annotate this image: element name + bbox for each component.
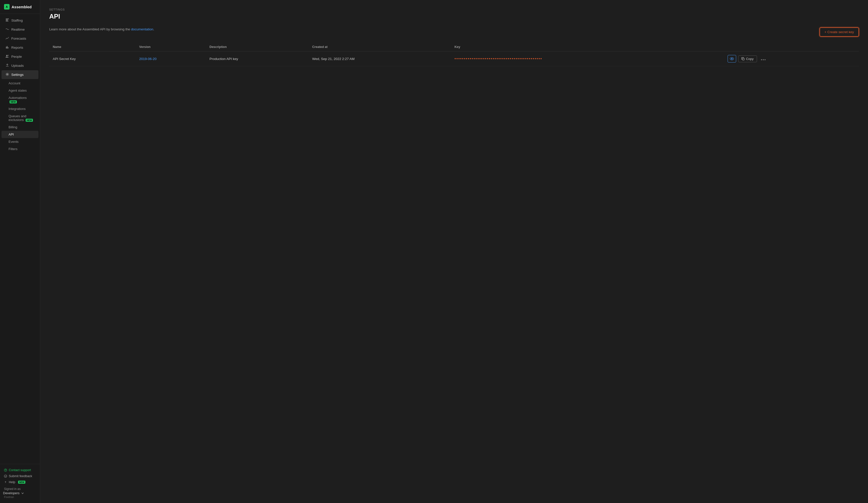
people-label: People	[11, 55, 22, 59]
col-created-at: Created at	[309, 43, 451, 51]
sidebar-item-staffing[interactable]: Staffing	[1, 16, 39, 25]
staffing-label: Staffing	[11, 19, 23, 22]
cell-key-actions: Copy	[724, 51, 859, 66]
svg-rect-2	[6, 21, 9, 22]
forecasts-label: Forecasts	[11, 36, 26, 40]
svg-text:?: ?	[5, 481, 6, 483]
contact-support-link[interactable]: Contact support	[3, 467, 37, 473]
table-body: API Secret Key 2019-06-20 Production API…	[49, 51, 859, 66]
svg-point-14	[763, 59, 764, 60]
sidebar-item-forecasts[interactable]: Forecasts	[1, 34, 39, 43]
create-secret-key-button[interactable]: + Create secret key	[819, 27, 859, 36]
version-link[interactable]: 2019-06-20	[139, 57, 156, 61]
page-content: SETTINGS API Learn more about the Assemb…	[40, 0, 868, 503]
settings-icon	[6, 73, 9, 77]
sidebar-item-people[interactable]: People	[1, 52, 39, 61]
cell-key: ••••••••••••••••••••••••••••••••••••••••…	[451, 51, 724, 66]
svg-point-13	[761, 59, 762, 60]
submit-feedback-icon	[4, 475, 7, 478]
sidebar-item-realtime[interactable]: Realtime	[1, 25, 39, 34]
svg-rect-1	[6, 20, 8, 20]
sidebar-item-uploads[interactable]: Uploads	[1, 61, 39, 70]
cell-name: API Secret Key	[49, 51, 136, 66]
signed-in-as-label: Signed in as	[4, 487, 21, 491]
svg-point-15	[765, 59, 765, 60]
staffing-icon	[6, 18, 9, 23]
svg-point-4	[8, 55, 9, 56]
page-title: API	[49, 12, 859, 20]
sidebar-item-queues-exclusions[interactable]: Queues and exclusions NEW	[1, 113, 39, 124]
col-description: Description	[206, 43, 309, 51]
svg-point-7	[5, 471, 6, 471]
sidebar-item-events[interactable]: Events	[1, 138, 39, 145]
app-logo[interactable]: A Assembled	[0, 0, 40, 14]
people-icon	[6, 54, 9, 59]
user-name: Developers	[3, 491, 20, 495]
col-name: Name	[49, 43, 136, 51]
sidebar-item-filters[interactable]: Filters	[1, 145, 39, 153]
svg-point-11	[731, 58, 733, 60]
main-content: SETTINGS API Learn more about the Assemb…	[40, 0, 868, 503]
sidebar-item-account[interactable]: Account	[1, 80, 39, 87]
breadcrumb: SETTINGS	[49, 8, 859, 11]
sidebar-item-billing[interactable]: Billing	[1, 124, 39, 131]
svg-rect-0	[6, 19, 9, 19]
table-row: API Secret Key 2019-06-20 Production API…	[49, 51, 859, 66]
more-options-button[interactable]	[759, 55, 767, 63]
help-new-badge: NEW	[18, 481, 25, 484]
uploads-label: Uploads	[11, 64, 24, 67]
company-name: Fivetran	[3, 495, 37, 499]
cell-created-at: Wed, Sep 21, 2022 2:27 AM	[309, 51, 451, 66]
key-cell: ••••••••••••••••••••••••••••••••••••••••…	[454, 56, 721, 61]
chevron-down-icon	[21, 492, 24, 495]
settings-label: Settings	[11, 73, 24, 76]
sidebar-footer: Contact support Submit feedback ? Help N…	[0, 464, 40, 503]
svg-point-8	[4, 475, 7, 478]
signed-in-user[interactable]: Developers	[3, 491, 37, 495]
eye-icon	[730, 57, 734, 60]
sidebar-item-integrations[interactable]: Integrations	[1, 105, 39, 113]
copy-key-button[interactable]: Copy	[738, 55, 757, 62]
sidebar-item-automations[interactable]: Automations NEW	[1, 94, 39, 105]
queues-new-badge: NEW	[25, 119, 33, 122]
realtime-label: Realtime	[11, 28, 24, 31]
svg-point-5	[7, 74, 8, 75]
cell-description: Production API key	[206, 51, 309, 66]
logo-text: Assembled	[12, 5, 32, 9]
sidebar-item-reports[interactable]: Reports	[1, 43, 39, 52]
automations-new-badge: NEW	[10, 101, 17, 103]
uploads-icon	[6, 63, 9, 68]
api-keys-table: Name Version Description Created at Key …	[49, 43, 859, 66]
reports-label: Reports	[11, 46, 23, 50]
submit-feedback-link[interactable]: Submit feedback	[3, 473, 37, 479]
sidebar: A Assembled Staffing Realtime Forecasts	[0, 0, 40, 503]
col-version: Version	[136, 43, 206, 51]
cell-version: 2019-06-20	[136, 51, 206, 66]
sidebar-item-api[interactable]: API	[1, 131, 39, 138]
copy-icon	[741, 57, 745, 61]
settings-subnav: Account Agent states Automations NEW Int…	[0, 80, 40, 153]
logo-icon: A	[4, 4, 10, 10]
key-actions-group: Copy	[727, 55, 856, 63]
contact-support-icon	[4, 469, 7, 472]
help-label: Help	[9, 480, 15, 484]
realtime-icon	[6, 27, 9, 32]
sidebar-item-settings[interactable]: Settings	[1, 70, 39, 79]
submit-feedback-label: Submit feedback	[9, 474, 32, 478]
reveal-key-button[interactable]	[727, 55, 736, 63]
col-actions	[724, 43, 859, 51]
forecasts-icon	[6, 36, 9, 41]
col-key: Key	[451, 43, 724, 51]
contact-support-label: Contact support	[9, 468, 31, 472]
signed-in-section: Signed in as	[3, 485, 37, 491]
header-row: Learn more about the Assembled API by br…	[49, 27, 859, 36]
help-icon: ?	[4, 481, 7, 484]
sidebar-nav: Staffing Realtime Forecasts Reports Peop	[0, 14, 40, 464]
documentation-link[interactable]: documentation	[131, 27, 154, 31]
reports-icon	[6, 45, 9, 50]
help-link[interactable]: ? Help NEW	[3, 479, 37, 485]
table-header: Name Version Description Created at Key	[49, 43, 859, 51]
sidebar-item-agent-states[interactable]: Agent states	[1, 87, 39, 94]
more-dots-icon	[761, 59, 765, 60]
svg-point-3	[6, 55, 8, 56]
